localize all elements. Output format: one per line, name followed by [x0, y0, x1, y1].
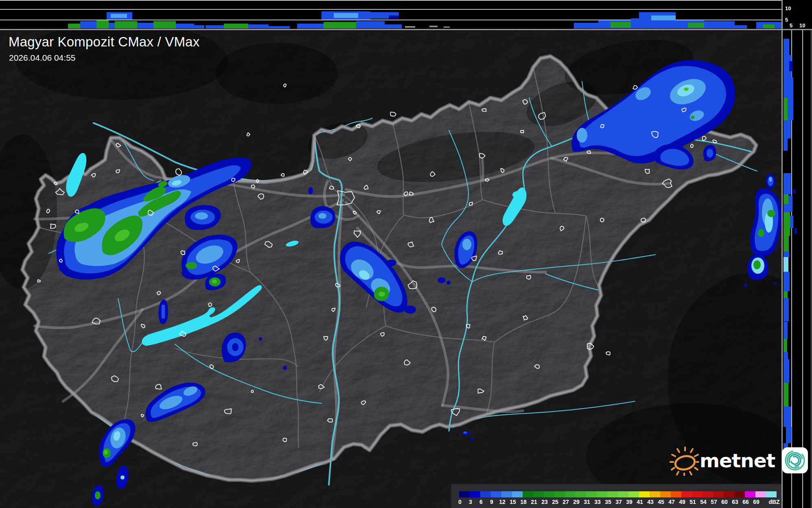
- legend-swatch-63: [734, 491, 745, 497]
- timestamp: 2026.04.06 04:55: [9, 53, 76, 63]
- legend-swatch-54: [703, 491, 713, 497]
- right-echo: [784, 139, 788, 151]
- right-profile-plot: [783, 30, 812, 508]
- legend-swatch-27: [565, 491, 576, 497]
- legend-label-41: 41: [637, 499, 643, 505]
- legend-swatch-37: [618, 491, 628, 497]
- right-echo: [784, 236, 789, 251]
- top-altitude-profile: [0, 0, 781, 29]
- right-echo: [784, 257, 788, 272]
- legend-label-60: 60: [721, 499, 728, 505]
- legend-label-49: 49: [679, 499, 685, 505]
- legend-swatch-49: [681, 491, 692, 497]
- legend-label-33: 33: [594, 499, 601, 505]
- legend-swatch-41: [639, 491, 650, 497]
- right-echo: [786, 427, 792, 443]
- legend-swatch-29: [576, 491, 586, 497]
- logo-wordmark: metnet: [700, 449, 775, 472]
- top-echo: [429, 26, 438, 27]
- sun-icon: [670, 445, 699, 476]
- top-echo: [297, 24, 324, 29]
- right-altitude-profile: [783, 30, 812, 508]
- legend-label-25: 25: [552, 499, 558, 505]
- legend-swatch-33: [597, 491, 607, 497]
- top-echo: [248, 24, 269, 29]
- legend-swatch-18: [523, 491, 533, 497]
- top-echo: [324, 22, 356, 29]
- top-echo: [224, 24, 248, 29]
- legend-label-63: 63: [732, 499, 738, 505]
- metnet-logo[interactable]: metnet: [670, 445, 808, 476]
- right-echo: [784, 407, 791, 427]
- legend-label-47: 47: [668, 499, 675, 505]
- legend-swatch-0: [459, 491, 470, 497]
- legend-swatch-23: [544, 491, 554, 497]
- legend-swatch-31: [586, 491, 597, 497]
- road-miskolc: [482, 159, 483, 180]
- right-axis-tick-5: 5: [790, 23, 792, 28]
- top-echo: [115, 21, 137, 29]
- legend-label-51: 51: [689, 499, 696, 505]
- legend-label-66: 66: [742, 499, 749, 505]
- right-echo: [784, 98, 788, 120]
- top-echo: [405, 26, 415, 28]
- top-echo: [651, 15, 676, 20]
- right-echo: [784, 339, 787, 352]
- right-echo: [784, 251, 789, 257]
- right-echo: [784, 298, 789, 321]
- top-echo: [137, 23, 153, 29]
- legend-swatch-60: [724, 491, 734, 497]
- legend-label-43: 43: [647, 499, 654, 505]
- right-echo: [790, 216, 793, 228]
- dbz-legend: 0369121518212325272931333537394143454749…: [451, 484, 781, 508]
- legend-swatch-21: [533, 491, 544, 497]
- legend-label-18: 18: [520, 499, 527, 505]
- right-echo: [784, 173, 791, 194]
- legend-label-3: 3: [469, 499, 472, 505]
- legend-swatch-15: [512, 491, 523, 497]
- radar-map: [0, 30, 781, 508]
- profile-axis-corner: 10 5 5 10: [783, 0, 812, 29]
- legend-swatch-39: [628, 491, 639, 497]
- legend-swatch-35: [607, 491, 618, 497]
- right-echo: [793, 189, 795, 194]
- legend-label-12: 12: [499, 499, 506, 505]
- legend-swatch-9: [491, 491, 501, 497]
- legend-swatch-69: [755, 491, 766, 497]
- top-echo: [444, 26, 450, 28]
- legend-label-23: 23: [541, 499, 548, 505]
- legend-label-6: 6: [479, 499, 483, 505]
- legend-label-29: 29: [573, 499, 580, 505]
- legend-swatch-3: [470, 491, 480, 497]
- top-profile-plot: [0, 0, 781, 29]
- lake-tisza-lobe: [512, 191, 523, 198]
- right-echo: [784, 204, 789, 212]
- strip-divider-horizontal: [0, 29, 812, 30]
- top-echo: [68, 24, 80, 29]
- legend-label-0: 0: [458, 499, 462, 505]
- top-echo: [191, 25, 204, 29]
- top-echo: [574, 23, 598, 29]
- top-echo: [763, 24, 775, 28]
- top-echo: [356, 21, 385, 29]
- top-echo: [269, 26, 290, 29]
- top-echo: [775, 24, 781, 28]
- legend-label-dBZ: dBZ: [768, 499, 779, 505]
- radar-map-svg: [0, 30, 781, 508]
- legend-label-9: 9: [490, 499, 493, 505]
- legend-label-15: 15: [510, 499, 516, 505]
- right-echo: [784, 352, 788, 359]
- legend-label-37: 37: [615, 499, 622, 505]
- top-echo: [389, 15, 399, 19]
- page-title: Magyar Kompozit CMax / VMax: [9, 34, 199, 50]
- top-axis-tick-5: 5: [785, 17, 788, 22]
- right-echo: [784, 39, 789, 55]
- legend-swatches: [459, 491, 777, 497]
- right-echo: [784, 291, 788, 298]
- top-echo: [611, 22, 631, 28]
- legend-swatch-47: [671, 491, 681, 497]
- right-axis-tick-10: 10: [799, 23, 805, 28]
- right-echo: [784, 272, 790, 291]
- top-echo: [385, 24, 402, 29]
- legend-swatch-6: [480, 491, 491, 497]
